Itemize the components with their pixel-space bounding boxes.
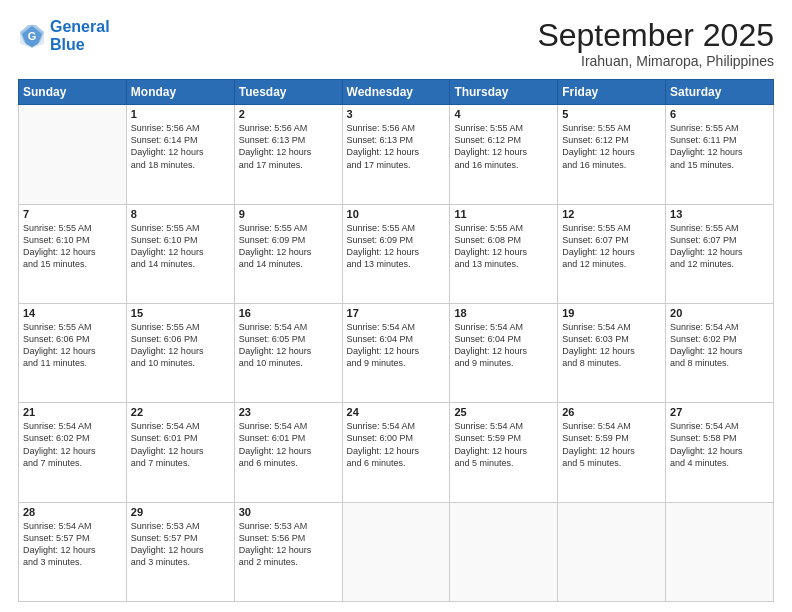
calendar-cell: 23Sunrise: 5:54 AM Sunset: 6:01 PM Dayli…: [234, 403, 342, 502]
weekday-header-friday: Friday: [558, 80, 666, 105]
logo-blue: Blue: [50, 36, 110, 54]
day-number: 30: [239, 506, 338, 518]
calendar-cell: 8Sunrise: 5:55 AM Sunset: 6:10 PM Daylig…: [126, 204, 234, 303]
day-info: Sunrise: 5:54 AM Sunset: 5:58 PM Dayligh…: [670, 420, 769, 469]
calendar-cell: 17Sunrise: 5:54 AM Sunset: 6:04 PM Dayli…: [342, 303, 450, 402]
calendar-cell: 9Sunrise: 5:55 AM Sunset: 6:09 PM Daylig…: [234, 204, 342, 303]
day-number: 14: [23, 307, 122, 319]
day-info: Sunrise: 5:54 AM Sunset: 6:02 PM Dayligh…: [23, 420, 122, 469]
day-number: 6: [670, 108, 769, 120]
weekday-header-wednesday: Wednesday: [342, 80, 450, 105]
day-info: Sunrise: 5:55 AM Sunset: 6:11 PM Dayligh…: [670, 122, 769, 171]
weekday-header-tuesday: Tuesday: [234, 80, 342, 105]
day-number: 16: [239, 307, 338, 319]
weekday-header-row: SundayMondayTuesdayWednesdayThursdayFrid…: [19, 80, 774, 105]
day-number: 8: [131, 208, 230, 220]
calendar-cell: 19Sunrise: 5:54 AM Sunset: 6:03 PM Dayli…: [558, 303, 666, 402]
day-number: 4: [454, 108, 553, 120]
day-info: Sunrise: 5:54 AM Sunset: 5:59 PM Dayligh…: [454, 420, 553, 469]
day-number: 28: [23, 506, 122, 518]
day-number: 23: [239, 406, 338, 418]
weekday-header-sunday: Sunday: [19, 80, 127, 105]
calendar-cell: 2Sunrise: 5:56 AM Sunset: 6:13 PM Daylig…: [234, 105, 342, 204]
calendar-cell: [666, 502, 774, 601]
day-info: Sunrise: 5:54 AM Sunset: 5:57 PM Dayligh…: [23, 520, 122, 569]
day-number: 19: [562, 307, 661, 319]
day-info: Sunrise: 5:54 AM Sunset: 6:05 PM Dayligh…: [239, 321, 338, 370]
day-number: 11: [454, 208, 553, 220]
logo: G General Blue: [18, 18, 110, 53]
day-info: Sunrise: 5:54 AM Sunset: 6:04 PM Dayligh…: [454, 321, 553, 370]
day-info: Sunrise: 5:56 AM Sunset: 6:14 PM Dayligh…: [131, 122, 230, 171]
day-info: Sunrise: 5:55 AM Sunset: 6:10 PM Dayligh…: [23, 222, 122, 271]
calendar-cell: 6Sunrise: 5:55 AM Sunset: 6:11 PM Daylig…: [666, 105, 774, 204]
day-number: 29: [131, 506, 230, 518]
calendar-cell: 4Sunrise: 5:55 AM Sunset: 6:12 PM Daylig…: [450, 105, 558, 204]
day-info: Sunrise: 5:54 AM Sunset: 6:01 PM Dayligh…: [131, 420, 230, 469]
weekday-header-thursday: Thursday: [450, 80, 558, 105]
logo-icon: G: [18, 22, 46, 50]
day-info: Sunrise: 5:55 AM Sunset: 6:06 PM Dayligh…: [131, 321, 230, 370]
day-number: 13: [670, 208, 769, 220]
location-subtitle: Irahuan, Mimaropa, Philippines: [537, 53, 774, 69]
day-info: Sunrise: 5:55 AM Sunset: 6:09 PM Dayligh…: [347, 222, 446, 271]
day-info: Sunrise: 5:55 AM Sunset: 6:12 PM Dayligh…: [454, 122, 553, 171]
day-info: Sunrise: 5:54 AM Sunset: 6:02 PM Dayligh…: [670, 321, 769, 370]
week-row-1: 1Sunrise: 5:56 AM Sunset: 6:14 PM Daylig…: [19, 105, 774, 204]
calendar-cell: 10Sunrise: 5:55 AM Sunset: 6:09 PM Dayli…: [342, 204, 450, 303]
day-number: 24: [347, 406, 446, 418]
day-info: Sunrise: 5:55 AM Sunset: 6:12 PM Dayligh…: [562, 122, 661, 171]
day-info: Sunrise: 5:55 AM Sunset: 6:06 PM Dayligh…: [23, 321, 122, 370]
calendar-cell: [450, 502, 558, 601]
day-number: 2: [239, 108, 338, 120]
day-number: 5: [562, 108, 661, 120]
weekday-header-monday: Monday: [126, 80, 234, 105]
calendar-cell: 1Sunrise: 5:56 AM Sunset: 6:14 PM Daylig…: [126, 105, 234, 204]
calendar-cell: 16Sunrise: 5:54 AM Sunset: 6:05 PM Dayli…: [234, 303, 342, 402]
title-block: September 2025 Irahuan, Mimaropa, Philip…: [537, 18, 774, 69]
day-number: 27: [670, 406, 769, 418]
week-row-3: 14Sunrise: 5:55 AM Sunset: 6:06 PM Dayli…: [19, 303, 774, 402]
day-number: 20: [670, 307, 769, 319]
day-number: 12: [562, 208, 661, 220]
calendar-cell: 12Sunrise: 5:55 AM Sunset: 6:07 PM Dayli…: [558, 204, 666, 303]
page: G General Blue September 2025 Irahuan, M…: [0, 0, 792, 612]
day-info: Sunrise: 5:54 AM Sunset: 6:00 PM Dayligh…: [347, 420, 446, 469]
day-number: 21: [23, 406, 122, 418]
day-number: 17: [347, 307, 446, 319]
day-info: Sunrise: 5:53 AM Sunset: 5:56 PM Dayligh…: [239, 520, 338, 569]
day-info: Sunrise: 5:55 AM Sunset: 6:10 PM Dayligh…: [131, 222, 230, 271]
week-row-4: 21Sunrise: 5:54 AM Sunset: 6:02 PM Dayli…: [19, 403, 774, 502]
day-number: 9: [239, 208, 338, 220]
day-info: Sunrise: 5:56 AM Sunset: 6:13 PM Dayligh…: [239, 122, 338, 171]
calendar-table: SundayMondayTuesdayWednesdayThursdayFrid…: [18, 79, 774, 602]
day-info: Sunrise: 5:54 AM Sunset: 6:01 PM Dayligh…: [239, 420, 338, 469]
week-row-5: 28Sunrise: 5:54 AM Sunset: 5:57 PM Dayli…: [19, 502, 774, 601]
calendar-cell: [19, 105, 127, 204]
calendar-cell: 15Sunrise: 5:55 AM Sunset: 6:06 PM Dayli…: [126, 303, 234, 402]
calendar-cell: 11Sunrise: 5:55 AM Sunset: 6:08 PM Dayli…: [450, 204, 558, 303]
day-info: Sunrise: 5:55 AM Sunset: 6:07 PM Dayligh…: [670, 222, 769, 271]
calendar-cell: 27Sunrise: 5:54 AM Sunset: 5:58 PM Dayli…: [666, 403, 774, 502]
calendar-cell: 26Sunrise: 5:54 AM Sunset: 5:59 PM Dayli…: [558, 403, 666, 502]
calendar-cell: 28Sunrise: 5:54 AM Sunset: 5:57 PM Dayli…: [19, 502, 127, 601]
calendar-cell: 7Sunrise: 5:55 AM Sunset: 6:10 PM Daylig…: [19, 204, 127, 303]
day-info: Sunrise: 5:54 AM Sunset: 6:04 PM Dayligh…: [347, 321, 446, 370]
calendar-cell: 13Sunrise: 5:55 AM Sunset: 6:07 PM Dayli…: [666, 204, 774, 303]
day-number: 15: [131, 307, 230, 319]
header: G General Blue September 2025 Irahuan, M…: [18, 18, 774, 69]
day-info: Sunrise: 5:55 AM Sunset: 6:08 PM Dayligh…: [454, 222, 553, 271]
calendar-cell: [558, 502, 666, 601]
calendar-cell: 14Sunrise: 5:55 AM Sunset: 6:06 PM Dayli…: [19, 303, 127, 402]
day-number: 3: [347, 108, 446, 120]
calendar-cell: 24Sunrise: 5:54 AM Sunset: 6:00 PM Dayli…: [342, 403, 450, 502]
logo-text: General Blue: [50, 18, 110, 53]
calendar-cell: 5Sunrise: 5:55 AM Sunset: 6:12 PM Daylig…: [558, 105, 666, 204]
month-title: September 2025: [537, 18, 774, 53]
logo-general: General: [50, 18, 110, 35]
calendar-cell: 3Sunrise: 5:56 AM Sunset: 6:13 PM Daylig…: [342, 105, 450, 204]
day-number: 1: [131, 108, 230, 120]
weekday-header-saturday: Saturday: [666, 80, 774, 105]
calendar-cell: 20Sunrise: 5:54 AM Sunset: 6:02 PM Dayli…: [666, 303, 774, 402]
day-info: Sunrise: 5:53 AM Sunset: 5:57 PM Dayligh…: [131, 520, 230, 569]
